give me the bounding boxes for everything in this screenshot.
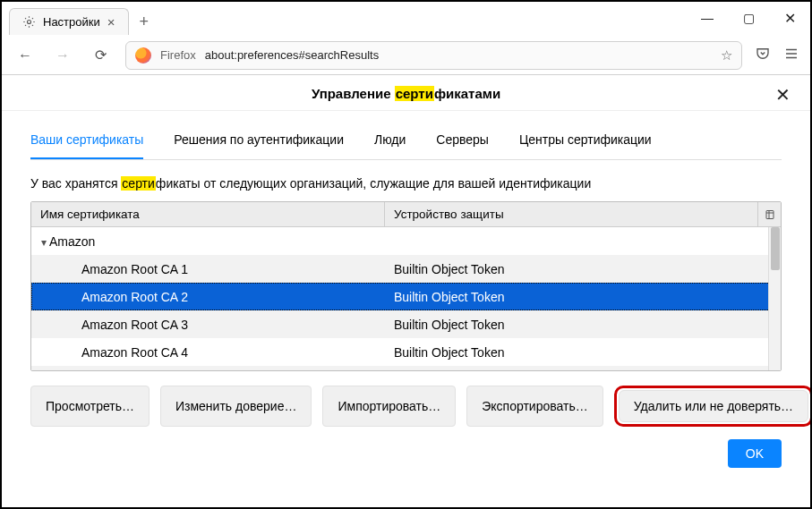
toolbar: ← → ⟳ Firefox about:preferences#searchRe… [2,36,810,75]
tab-your-certs[interactable]: Ваши сертификаты [30,132,143,159]
window-controls[interactable]: — ▢ ✕ [687,2,810,34]
svg-point-0 [28,21,31,24]
bookmark-star-icon[interactable]: ☆ [721,47,732,64]
minimize-button[interactable]: — [687,2,728,34]
intro-text: У вас хранятся сертификаты от следующих … [2,160,810,201]
column-header-name[interactable]: Имя сертификата [31,202,385,226]
view-button[interactable]: Просмотреть… [30,386,150,427]
svg-rect-1 [766,210,774,218]
forward-button: → [50,43,75,68]
scrollbar[interactable] [768,227,781,370]
tab-close-icon[interactable]: × [107,14,115,30]
ok-button[interactable]: OK [728,439,782,468]
reload-button[interactable]: ⟳ [88,43,113,68]
cert-grid: Имя сертификата Устройство защиты ▾Amazo… [30,201,782,371]
url-text: about:preferences#searchResults [205,48,379,62]
firefox-icon [135,47,151,64]
tab-authorities[interactable]: Центры сертификации [519,132,652,159]
tab-people[interactable]: Люди [374,132,406,159]
menu-icon[interactable] [783,46,799,65]
browser-tab[interactable]: Настройки × [9,8,129,35]
maximize-button[interactable]: ▢ [728,2,769,34]
table-row[interactable]: Amazon Root CA 2 Builtin Object Token [31,283,781,310]
import-button[interactable]: Импортировать… [322,386,456,427]
url-bar[interactable]: Firefox about:preferences#searchResults … [125,41,742,70]
url-brand: Firefox [160,48,196,62]
window-close-button[interactable]: ✕ [769,2,810,34]
grid-header: Имя сертификата Устройство защиты [31,202,781,227]
gear-icon [22,15,36,29]
table-row[interactable]: Amazon Root CA 1 Builtin Object Token [31,255,781,283]
group-row[interactable]: ▾Amazon [31,227,781,255]
new-tab-button[interactable]: + [140,13,150,31]
table-row[interactable]: Amazon Root CA 3 Builtin Object Token [31,310,781,338]
back-button[interactable]: ← [13,43,38,68]
dialog-title-bar: Управление сертификатами ✕ [2,75,810,111]
column-picker-icon[interactable] [757,202,781,226]
scrollbar-thumb[interactable] [771,227,780,270]
chevron-down-icon: ▾ [31,236,49,249]
edit-trust-button[interactable]: Изменить доверие… [160,386,312,427]
delete-highlight: Удалить или не доверять… [614,386,812,427]
tab-title: Настройки [43,15,100,29]
tab-auth[interactable]: Решения по аутентификации [174,132,344,159]
grid-body: ▾Amazon Amazon Root CA 1 Builtin Object … [31,227,781,370]
export-button[interactable]: Экспортировать… [466,386,603,427]
tab-servers[interactable]: Серверы [436,132,489,159]
pocket-icon[interactable] [755,46,771,65]
table-row[interactable]: Amazon Модуль защиты [31,366,781,370]
buttons-row: Просмотреть… Изменить доверие… Импортиро… [2,371,810,427]
column-header-device[interactable]: Устройство защиты [385,202,757,226]
dialog-close-icon[interactable]: ✕ [775,84,791,106]
dialog-title: Управление сертификатами [312,86,500,101]
cert-tabs: Ваши сертификаты Решения по аутентификац… [2,111,810,159]
delete-button[interactable]: Удалить или не доверять… [619,390,808,422]
table-row[interactable]: Amazon Root CA 4 Builtin Object Token [31,338,781,366]
